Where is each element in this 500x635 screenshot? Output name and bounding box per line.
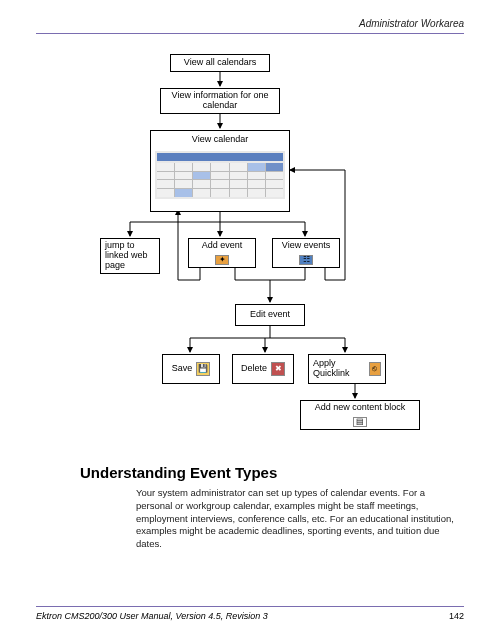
page-footer: Ektron CMS200/300 User Manual, Version 4… xyxy=(36,606,464,621)
node-label: Edit event xyxy=(250,310,290,320)
node-save: Save 💾 xyxy=(162,354,220,384)
node-add-content-block: Add new content block ▤ xyxy=(300,400,420,430)
quicklink-icon: ⎋ xyxy=(369,362,381,376)
view-events-icon: ☷ xyxy=(299,255,313,266)
node-label: Add new content block xyxy=(315,403,406,413)
heading-text: Understanding Event Types xyxy=(80,464,277,481)
section-heading: Understanding Event Types xyxy=(80,464,464,481)
footer-title: Ektron CMS200/300 User Manual, Version 4… xyxy=(36,611,268,621)
node-view-events: View events ☷ xyxy=(272,238,340,268)
page-number: 142 xyxy=(449,611,464,621)
node-label: jump to linked web page xyxy=(105,241,155,271)
flowchart: View all calendars View information for … xyxy=(70,50,430,450)
breadcrumb: Administrator Workarea xyxy=(359,18,464,29)
node-delete: Delete ✖ xyxy=(232,354,294,384)
node-label: Save xyxy=(172,364,193,374)
add-content-icon: ▤ xyxy=(353,417,367,428)
node-jump-linked-page: jump to linked web page xyxy=(100,238,160,274)
node-view-all-calendars: View all calendars xyxy=(170,54,270,72)
save-icon: 💾 xyxy=(196,362,210,376)
delete-icon: ✖ xyxy=(271,362,285,376)
page-header: Administrator Workarea xyxy=(36,18,464,34)
node-label: View events xyxy=(282,241,330,251)
node-label: Add event xyxy=(202,241,243,251)
node-apply-quicklink: Apply Quicklink ⎋ xyxy=(308,354,386,384)
node-edit-event: Edit event xyxy=(235,304,305,326)
node-view-calendar: View calendar xyxy=(150,130,290,212)
node-label: View calendar xyxy=(155,135,285,145)
node-label: View information for one calendar xyxy=(165,91,275,111)
node-label: Delete xyxy=(241,364,267,374)
add-event-icon: ✦ xyxy=(215,255,229,266)
calendar-thumbnail xyxy=(155,151,285,199)
section-body: Your system administrator can set up typ… xyxy=(136,487,464,551)
node-add-event: Add event ✦ xyxy=(188,238,256,268)
node-view-information: View information for one calendar xyxy=(160,88,280,114)
node-label: Apply Quicklink xyxy=(313,359,365,379)
node-label: View all calendars xyxy=(184,58,256,68)
